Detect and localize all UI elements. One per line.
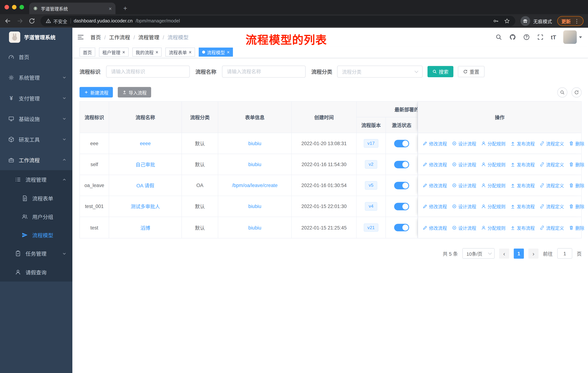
action-design-process[interactable]: 设计流程 [452, 140, 476, 147]
action-process-definition[interactable]: 流程定义 [540, 140, 564, 147]
process-name-link[interactable]: 测试多审批人 [131, 203, 160, 210]
current-page-button[interactable]: 1 [514, 248, 524, 259]
tag-process-model-active[interactable]: 流程模型× [199, 48, 233, 56]
action-edit-process[interactable]: 修改流程 [423, 182, 447, 189]
browser-update-button[interactable]: 更新 ⋮ [557, 16, 583, 26]
action-edit-process[interactable]: 修改流程 [423, 224, 447, 231]
close-icon[interactable]: × [227, 50, 230, 55]
url-bar[interactable]: 不安全 dashboard.yudao.iocoder.cn/bpm/manag… [41, 16, 515, 26]
tab-close-icon[interactable]: × [109, 5, 112, 11]
action-delete[interactable]: 删除 [569, 224, 584, 231]
sidebar-item-process-management[interactable]: 流程管理 [0, 170, 72, 189]
create-process-button[interactable]: 新建流程 [79, 87, 113, 98]
close-icon[interactable]: × [156, 50, 158, 55]
action-delete[interactable]: 删除 [569, 161, 584, 168]
process-name-link[interactable]: 自己审批 [136, 161, 155, 168]
action-assign-rules[interactable]: 分配规则 [481, 182, 506, 189]
new-tab-button[interactable]: + [120, 3, 130, 13]
sidebar-item-home[interactable]: 首页 [0, 46, 72, 67]
breadcrumb-item[interactable]: 工作流程 [101, 33, 130, 41]
active-toggle[interactable] [394, 181, 409, 189]
action-design-process[interactable]: 设计流程 [452, 161, 476, 168]
action-assign-rules[interactable]: 分配规则 [481, 224, 506, 231]
search-button[interactable]: 搜索 [427, 66, 453, 77]
sidebar-item-workflow[interactable]: 工作流程 [0, 150, 72, 170]
action-edit-process[interactable]: 修改流程 [423, 203, 447, 210]
sidebar-item-task-management[interactable]: 任务管理 [0, 244, 72, 263]
process-name-input[interactable] [222, 66, 306, 78]
sidebar-item-process-form[interactable]: 流程表单 [0, 189, 72, 207]
action-assign-rules[interactable]: 分配规则 [481, 203, 506, 210]
tag-home[interactable]: 首页 [79, 48, 95, 56]
sidebar-item-process-model[interactable]: 流程模型 [0, 226, 72, 244]
process-category-select[interactable]: 流程分类 [337, 66, 423, 78]
prev-page-button[interactable]: ‹ [499, 248, 509, 259]
active-toggle[interactable] [394, 161, 409, 168]
page-size-select[interactable]: 10条/页 [462, 248, 495, 259]
action-assign-rules[interactable]: 分配规则 [481, 161, 506, 168]
form-info-link[interactable]: /bpm/oa/leave/create [232, 182, 278, 188]
action-edit-process[interactable]: 修改流程 [423, 161, 447, 168]
process-key-input[interactable] [106, 66, 190, 78]
action-publish-process[interactable]: 发布流程 [510, 161, 535, 168]
tag-my-process[interactable]: 我的流程× [132, 48, 162, 56]
fullscreen-icon[interactable] [537, 34, 544, 40]
security-chip[interactable]: 不安全 [46, 18, 67, 25]
action-design-process[interactable]: 设计流程 [452, 203, 476, 210]
zoom-window-button[interactable] [20, 5, 24, 10]
sidebar-item-leave-query[interactable]: 请假查询 [0, 263, 72, 282]
breadcrumb-item[interactable]: 首页 [90, 33, 101, 41]
browser-tab[interactable]: 芋道管理系统 × [29, 2, 115, 14]
key-icon[interactable] [493, 18, 499, 24]
form-info-link[interactable]: biubiu [248, 141, 261, 146]
back-icon[interactable] [5, 18, 11, 24]
sidebar-item-devtools[interactable]: 研发工具 [0, 129, 72, 150]
show-search-button[interactable] [557, 87, 567, 97]
action-publish-process[interactable]: 发布流程 [510, 203, 535, 210]
action-edit-process[interactable]: 修改流程 [423, 140, 447, 147]
close-icon[interactable]: × [122, 50, 125, 55]
active-toggle[interactable] [394, 224, 409, 231]
github-icon[interactable] [509, 34, 516, 40]
tag-process-form[interactable]: 流程表单× [166, 48, 195, 56]
help-icon[interactable] [523, 34, 530, 40]
reset-button[interactable]: 重置 [458, 66, 484, 77]
sidebar-item-infrastructure[interactable]: 基础设施 [0, 108, 72, 129]
next-page-button[interactable]: › [528, 248, 539, 259]
action-publish-process[interactable]: 发布流程 [510, 140, 535, 147]
action-assign-rules[interactable]: 分配规则 [481, 140, 506, 147]
action-process-definition[interactable]: 流程定义 [540, 182, 564, 189]
form-info-link[interactable]: biubiu [248, 161, 261, 167]
form-info-link[interactable]: biubiu [248, 204, 261, 209]
process-name-link[interactable]: 滔博 [140, 224, 150, 231]
import-process-button[interactable]: 导入流程 [118, 87, 151, 98]
action-design-process[interactable]: 设计流程 [452, 224, 476, 231]
close-window-button[interactable] [5, 5, 9, 10]
sidebar-toggle-icon[interactable] [77, 33, 84, 41]
minimize-window-button[interactable] [12, 5, 17, 10]
sidebar-item-system[interactable]: 系统管理 [0, 67, 72, 88]
action-delete[interactable]: 删除 [569, 140, 584, 147]
sidebar-item-user-group[interactable]: 用户分组 [0, 207, 72, 226]
form-info-link[interactable]: biubiu [248, 225, 261, 230]
action-publish-process[interactable]: 发布流程 [510, 224, 535, 231]
sidebar-item-payment[interactable]: ¥ 支付管理 [0, 88, 72, 108]
active-toggle[interactable] [394, 203, 409, 210]
action-process-definition[interactable]: 流程定义 [540, 203, 564, 210]
browser-menu-icon[interactable]: ⋮ [574, 18, 579, 24]
refresh-table-button[interactable] [571, 87, 582, 97]
search-icon[interactable] [495, 34, 502, 40]
app-logo-row[interactable]: 芋道管理系统 [0, 28, 72, 46]
goto-page-input[interactable] [557, 248, 572, 259]
process-name-link[interactable]: eeee [140, 141, 151, 146]
action-process-definition[interactable]: 流程定义 [540, 224, 564, 231]
action-publish-process[interactable]: 发布流程 [510, 182, 535, 189]
action-delete[interactable]: 删除 [569, 182, 584, 189]
breadcrumb-item[interactable]: 流程管理 [130, 33, 159, 41]
close-icon[interactable]: × [189, 50, 192, 55]
action-design-process[interactable]: 设计流程 [452, 182, 476, 189]
font-size-icon[interactable]: tT [551, 34, 556, 40]
bookmark-star-icon[interactable] [504, 18, 510, 24]
action-process-definition[interactable]: 流程定义 [540, 161, 564, 168]
user-menu[interactable] [563, 30, 582, 44]
